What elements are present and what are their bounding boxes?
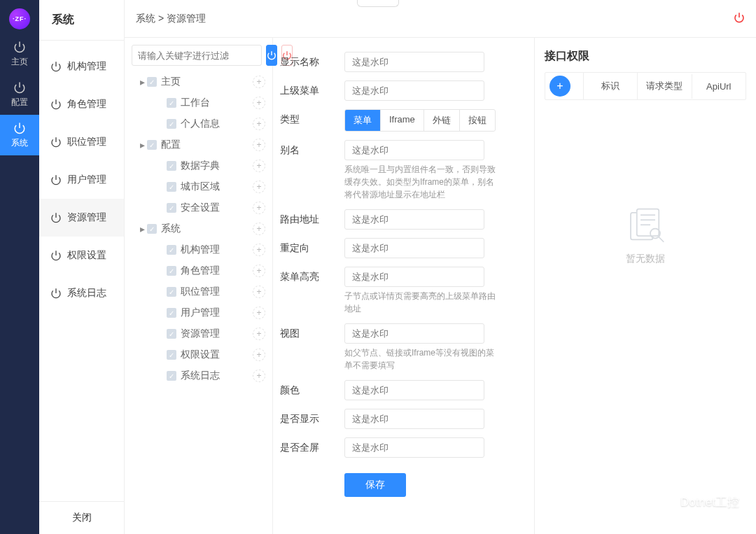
power-icon bbox=[50, 61, 62, 72]
tree-node[interactable]: 系统日志+ bbox=[132, 365, 265, 386]
checkbox-icon[interactable] bbox=[167, 329, 176, 339]
tree-node[interactable]: 安全设置+ bbox=[132, 197, 265, 218]
sidebar-item-2[interactable]: 职位管理 bbox=[39, 123, 124, 161]
tree-node[interactable]: ▸系统+ bbox=[132, 218, 265, 239]
input-route[interactable] bbox=[344, 209, 484, 230]
checkbox-icon[interactable] bbox=[167, 161, 176, 171]
tree-node-label: 系统 bbox=[161, 223, 181, 235]
tree-node[interactable]: 工作台+ bbox=[132, 92, 265, 113]
input-show[interactable] bbox=[344, 409, 484, 429]
tree-node[interactable]: 城市区域+ bbox=[132, 176, 265, 197]
label-view: 视图 bbox=[280, 323, 344, 372]
tree-node-label: 系统日志 bbox=[181, 370, 220, 382]
save-button[interactable]: 保存 bbox=[344, 473, 406, 497]
checkbox-icon[interactable] bbox=[147, 140, 157, 150]
rail-label: 配置 bbox=[11, 97, 28, 108]
checkbox-icon[interactable] bbox=[167, 119, 176, 129]
sidebar-item-0[interactable]: 机构管理 bbox=[39, 48, 124, 85]
tree-add-button[interactable]: + bbox=[253, 349, 265, 361]
rail-item-home[interactable]: 主页 bbox=[0, 34, 39, 74]
tree-add-button[interactable]: + bbox=[253, 139, 265, 151]
type-option[interactable]: 外链 bbox=[424, 110, 460, 131]
label-parent-menu: 上级菜单 bbox=[280, 80, 344, 101]
tree-add-button[interactable]: + bbox=[253, 265, 265, 277]
rail-item-system[interactable]: 系统 bbox=[0, 115, 39, 155]
type-option[interactable]: Iframe bbox=[381, 110, 424, 131]
tree-node[interactable]: 职位管理+ bbox=[132, 281, 265, 302]
tree-add-button[interactable]: + bbox=[253, 160, 265, 172]
power-icon bbox=[50, 288, 62, 299]
tree-node-label: 角色管理 bbox=[181, 265, 220, 277]
checkbox-icon[interactable] bbox=[167, 182, 176, 192]
checkbox-icon[interactable] bbox=[167, 245, 176, 255]
checkbox-icon[interactable] bbox=[167, 371, 176, 381]
input-alias[interactable] bbox=[344, 140, 484, 160]
input-color[interactable] bbox=[344, 380, 484, 400]
rail-label: 系统 bbox=[11, 137, 28, 149]
label-type: 类型 bbox=[280, 109, 344, 132]
brand-avatar[interactable]: ·ZF· bbox=[9, 8, 30, 29]
caret-icon[interactable]: ▸ bbox=[137, 76, 147, 87]
tree-add-button[interactable]: + bbox=[253, 118, 265, 130]
type-option[interactable]: 菜单 bbox=[345, 110, 381, 131]
checkbox-icon[interactable] bbox=[167, 98, 176, 108]
power-icon bbox=[50, 250, 62, 261]
tree-node[interactable]: 资源管理+ bbox=[132, 323, 265, 344]
tree-node-label: 配置 bbox=[161, 139, 181, 151]
input-redirect[interactable] bbox=[344, 238, 484, 258]
input-view[interactable] bbox=[344, 323, 484, 344]
checkbox-icon[interactable] bbox=[147, 77, 157, 87]
type-option[interactable]: 按钮 bbox=[460, 110, 495, 131]
checkbox-icon[interactable] bbox=[167, 287, 176, 297]
tree-add-button[interactable]: + bbox=[253, 307, 265, 319]
label-alias: 别名 bbox=[280, 140, 344, 201]
rail-item-config[interactable]: 配置 bbox=[0, 74, 39, 115]
tree-node[interactable]: ▸主页+ bbox=[132, 71, 265, 92]
hint-highlight: 子节点或详情页需要高亮的上级菜单路由地址 bbox=[344, 290, 498, 315]
tree-add-button[interactable]: + bbox=[253, 286, 265, 298]
tree-node[interactable]: 角色管理+ bbox=[132, 260, 265, 281]
tree-add-button[interactable]: + bbox=[253, 181, 265, 193]
sidebar-close-button[interactable]: 关闭 bbox=[39, 501, 124, 534]
logout-button[interactable] bbox=[734, 12, 745, 25]
tree-add-button[interactable]: + bbox=[253, 370, 265, 382]
sidebar-item-6[interactable]: 系统日志 bbox=[39, 274, 124, 312]
tree-node[interactable]: 用户管理+ bbox=[132, 302, 265, 323]
checkbox-icon[interactable] bbox=[167, 203, 176, 213]
tree-node[interactable]: ▸配置+ bbox=[132, 134, 265, 155]
tree-add-button[interactable]: + bbox=[253, 202, 265, 214]
svg-rect-14 bbox=[637, 209, 659, 237]
label-color: 颜色 bbox=[280, 380, 344, 400]
input-fullscreen[interactable] bbox=[344, 437, 484, 458]
checkbox-icon[interactable] bbox=[167, 266, 176, 276]
input-parent-menu[interactable] bbox=[344, 80, 484, 101]
checkbox-icon[interactable] bbox=[167, 308, 176, 318]
sidebar-item-4[interactable]: 资源管理 bbox=[39, 199, 124, 237]
checkbox-icon[interactable] bbox=[167, 350, 176, 360]
tree-add-button[interactable]: + bbox=[253, 76, 265, 88]
tree-add-button[interactable]: + bbox=[253, 328, 265, 340]
power-icon bbox=[13, 122, 26, 134]
label-highlight: 菜单高亮 bbox=[280, 267, 344, 315]
tree-node[interactable]: 权限设置+ bbox=[132, 344, 265, 365]
tree-node-label: 权限设置 bbox=[181, 349, 220, 361]
tree-add-button[interactable]: + bbox=[253, 97, 265, 109]
api-add-button[interactable]: + bbox=[550, 76, 570, 97]
input-display-name[interactable] bbox=[344, 52, 484, 72]
tree-add-button[interactable]: + bbox=[253, 223, 265, 235]
sidebar-item-3[interactable]: 用户管理 bbox=[39, 161, 124, 199]
sidebar-item-1[interactable]: 角色管理 bbox=[39, 85, 124, 123]
watermark-text: Dotnet工控 bbox=[680, 494, 739, 510]
checkbox-icon[interactable] bbox=[147, 224, 157, 234]
tree-filter-input[interactable] bbox=[132, 45, 262, 66]
tree: ▸主页+工作台+个人信息+▸配置+数据字典+城市区域+安全设置+▸系统+机构管理… bbox=[132, 71, 265, 527]
tree-add-button[interactable]: + bbox=[253, 244, 265, 256]
api-table-header: + 标识 请求类型 ApiUrl bbox=[545, 72, 746, 100]
sidebar-item-5[interactable]: 权限设置 bbox=[39, 237, 124, 274]
tree-node[interactable]: 机构管理+ bbox=[132, 239, 265, 260]
input-highlight[interactable] bbox=[344, 267, 484, 287]
caret-icon[interactable]: ▸ bbox=[137, 139, 147, 150]
tree-node[interactable]: 个人信息+ bbox=[132, 113, 265, 134]
tree-node[interactable]: 数据字典+ bbox=[132, 155, 265, 176]
caret-icon[interactable]: ▸ bbox=[137, 223, 147, 234]
